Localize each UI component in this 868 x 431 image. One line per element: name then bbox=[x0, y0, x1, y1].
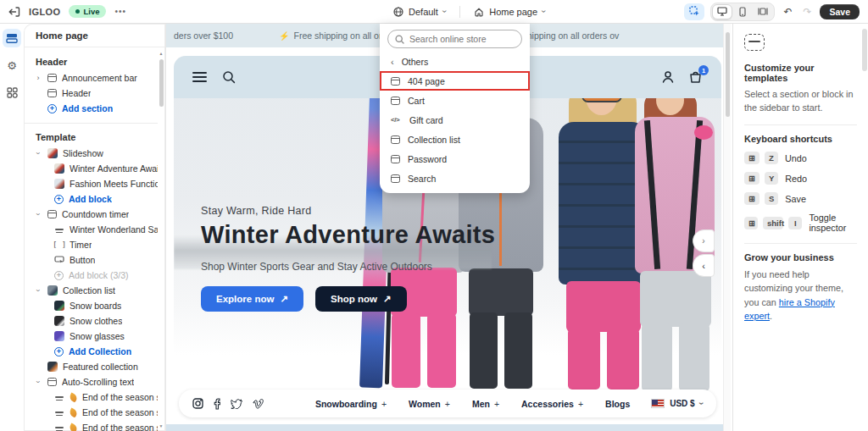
twitter-icon[interactable] bbox=[231, 399, 242, 409]
chevron-down-icon[interactable]: › bbox=[34, 286, 42, 295]
instagram-icon[interactable] bbox=[192, 398, 203, 409]
undo-button[interactable]: ↶ bbox=[781, 6, 794, 18]
scrollbar-thumb[interactable] bbox=[726, 32, 730, 117]
chevron-right-icon[interactable]: › bbox=[34, 74, 42, 82]
slideshow-prev-button[interactable]: ‹ bbox=[693, 254, 715, 277]
search-online-store-input[interactable] bbox=[409, 34, 511, 44]
dropdown-item-collection-list[interactable]: Collection list bbox=[380, 130, 530, 149]
sidebar-item-snow-clothes[interactable]: Snow clothes bbox=[24, 313, 158, 329]
image-thumbnail-icon bbox=[47, 362, 58, 372]
scrollbar-thumb[interactable] bbox=[159, 59, 164, 107]
sidebar-item-featured-collection[interactable]: Featured collection bbox=[24, 359, 158, 374]
sidebar-item-countdown-timer[interactable]: › Countdown timer bbox=[24, 207, 158, 222]
dropdown-search[interactable] bbox=[387, 30, 522, 48]
sidebar-item-snow-glasses[interactable]: Snow glasses bbox=[24, 329, 158, 344]
sidebar-item-collection-list[interactable]: › Collection list bbox=[24, 283, 158, 298]
shortcuts-title: Keyboard shortcuts bbox=[744, 134, 857, 144]
view-selector[interactable]: Default › bbox=[388, 4, 451, 19]
text-icon bbox=[54, 224, 64, 235]
dropdown-item-gift-card[interactable]: </> Gift card bbox=[380, 110, 530, 130]
sidebar-item-announcement-bar[interactable]: › Announcement bar bbox=[24, 70, 158, 86]
vimeo-icon[interactable] bbox=[253, 399, 264, 409]
person-4-hips bbox=[640, 271, 711, 327]
theme-settings-button[interactable]: ⚙ bbox=[3, 56, 21, 75]
sidebar-item-timer[interactable]: [ ] Timer bbox=[24, 237, 158, 252]
grow-title: Grow your business bbox=[744, 252, 857, 262]
chevron-down-icon[interactable]: › bbox=[34, 378, 42, 386]
page-selector[interactable]: Home page › bbox=[469, 4, 550, 19]
announcement-text: ders over $100 bbox=[174, 30, 233, 41]
sections-icon bbox=[6, 33, 18, 44]
menu-icon[interactable] bbox=[192, 72, 207, 82]
sidebar-item-winter-wonderland-sale[interactable]: Winter Wonderland Sale bbox=[24, 222, 158, 237]
sidebar-scrollbar[interactable]: ▲ ▼ bbox=[158, 49, 164, 430]
dropdown-back-others[interactable]: ‹ Others bbox=[380, 52, 530, 71]
inspector-icon bbox=[689, 6, 700, 17]
sidebar-item-button[interactable]: Button bbox=[24, 252, 158, 268]
exit-icon[interactable] bbox=[8, 6, 20, 18]
add-block-button-slideshow[interactable]: + Add block bbox=[24, 191, 158, 207]
sidebar-item-scrolling-text-3[interactable]: End of the season sale bbox=[24, 420, 158, 431]
sidebar-item-auto-scrolling-text[interactable]: › Auto-Scrolling text bbox=[24, 374, 158, 390]
fullscreen-view-button[interactable] bbox=[753, 4, 773, 19]
group-label-header: Header bbox=[24, 48, 158, 70]
dropdown-item-search[interactable]: Search bbox=[380, 169, 530, 188]
nav-item-accessories[interactable]: Accessories+ bbox=[521, 399, 583, 409]
chevron-down-icon[interactable]: › bbox=[34, 149, 42, 157]
sidebar-item-slide-2[interactable]: Fashion Meets Function bbox=[24, 176, 158, 191]
sidebar-item-scrolling-text-1[interactable]: End of the season sale bbox=[24, 390, 158, 405]
more-menu-button[interactable]: ••• bbox=[114, 7, 126, 16]
slideshow-next-button[interactable]: › bbox=[693, 229, 715, 252]
account-icon[interactable] bbox=[661, 70, 675, 84]
us-flag-icon bbox=[651, 399, 665, 408]
preview-scrollbar[interactable] bbox=[723, 24, 731, 431]
divider bbox=[459, 6, 460, 18]
search-icon[interactable] bbox=[222, 70, 236, 84]
shortcut-redo: ⊞ Y Redo bbox=[744, 172, 857, 185]
sidebar-item-slide-1[interactable]: Winter Adventure Awaits bbox=[24, 161, 158, 176]
explore-now-button[interactable]: Explore now ↗ bbox=[201, 286, 303, 312]
dropdown-item-cart[interactable]: Cart bbox=[380, 91, 530, 110]
sidebar-item-scrolling-text-2[interactable]: End of the season sale bbox=[24, 405, 158, 420]
redo-button[interactable]: ↷ bbox=[800, 6, 814, 18]
chevron-down-icon: › bbox=[539, 10, 548, 13]
scroll-up-icon[interactable]: ▲ bbox=[158, 51, 164, 56]
image-thumbnail-icon bbox=[54, 301, 64, 311]
text-icon bbox=[54, 392, 64, 402]
dropdown-item-password[interactable]: Password bbox=[380, 149, 530, 169]
sidebar-item-slideshow[interactable]: › Slideshow bbox=[24, 146, 158, 161]
save-button[interactable]: Save bbox=[820, 4, 860, 19]
nav-item-blogs[interactable]: Blogs bbox=[605, 399, 630, 409]
image-thumbnail-icon bbox=[54, 331, 64, 341]
facebook-icon[interactable] bbox=[214, 398, 220, 410]
add-collection-button[interactable]: + Add Collection bbox=[24, 344, 158, 359]
store-nav: Snowboarding+ Women+ Men+ Accessories+ B… bbox=[294, 399, 651, 409]
nav-item-men[interactable]: Men+ bbox=[472, 399, 499, 409]
hero-text-block: Stay Warm, Ride Hard Winter Adventure Aw… bbox=[201, 205, 495, 312]
chevron-down-icon: › bbox=[697, 402, 706, 405]
add-section-button[interactable]: + Add section bbox=[24, 101, 158, 116]
panel-scrollbar[interactable] bbox=[862, 29, 867, 71]
sidebar-item-header[interactable]: Header bbox=[24, 86, 158, 101]
shortcut-undo: ⊞ Z Undo bbox=[744, 152, 857, 164]
sidebar-item-snow-boards[interactable]: Snow boards bbox=[24, 298, 158, 313]
chevron-down-icon[interactable]: › bbox=[34, 210, 42, 218]
inspector-toggle-button[interactable] bbox=[684, 3, 704, 20]
app-embeds-button[interactable] bbox=[3, 83, 21, 102]
dropdown-item-404-page[interactable]: 404 page bbox=[380, 71, 530, 91]
nav-item-women[interactable]: Women+ bbox=[409, 399, 450, 409]
currency-selector[interactable]: USD $ › bbox=[651, 399, 703, 408]
pink-glove bbox=[694, 125, 713, 140]
divider bbox=[744, 243, 857, 244]
sections-tab-button[interactable] bbox=[3, 29, 21, 47]
arrow-ne-icon: ↗ bbox=[383, 293, 392, 305]
gear-icon: ⚙ bbox=[7, 59, 17, 72]
scroll-down-icon[interactable]: ▼ bbox=[158, 423, 164, 428]
nav-item-snowboarding[interactable]: Snowboarding+ bbox=[315, 399, 387, 409]
shop-now-button[interactable]: Shop now ↗ bbox=[315, 286, 407, 312]
desktop-view-button[interactable] bbox=[712, 4, 732, 19]
leaf-emoji-icon bbox=[69, 423, 79, 431]
mobile-view-button[interactable] bbox=[732, 4, 753, 19]
cart-button[interactable]: 1 bbox=[688, 70, 703, 84]
left-rail: ⚙ bbox=[0, 24, 24, 431]
